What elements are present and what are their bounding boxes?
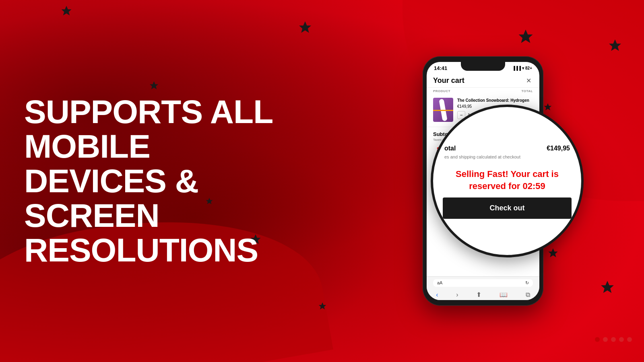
cart-header: Your cart ✕ (427, 73, 539, 88)
refresh-icon[interactable]: ↻ (525, 280, 529, 286)
cart-title: Your cart (433, 76, 464, 85)
decoration-dots (595, 337, 632, 342)
headline-text: SUPPORTS ALL MOBILE DEVICES & SCREEN RES… (24, 95, 286, 267)
status-icons: ▐▐▐ ▾ 82+ (512, 66, 532, 70)
star-icon (543, 103, 552, 113)
magnify-circle: otal €149,95 es and shipping calculated … (431, 105, 584, 257)
dot (619, 337, 624, 342)
headline-line2: MOBILE DEVICES & (24, 129, 286, 198)
magnify-shipping-note: es and shipping calculated at checkout (433, 154, 581, 164)
back-button[interactable]: ‹ (436, 291, 438, 298)
product-name: The Collection Snowboard: Hydrogen (457, 98, 533, 103)
svg-marker-0 (62, 6, 72, 16)
star-icon (547, 247, 559, 260)
star-icon (149, 80, 159, 92)
headline-line4: RESOLUTIONS (24, 233, 286, 267)
svg-marker-1 (150, 81, 158, 89)
svg-marker-7 (544, 103, 551, 110)
browser-bar: aA ↻ (427, 276, 539, 289)
wifi-icon: ▾ (522, 66, 524, 70)
close-button[interactable]: ✕ (524, 76, 533, 85)
dot (611, 337, 616, 342)
headline-line1: SUPPORTS ALL (24, 95, 286, 129)
snowboard-stripe (433, 110, 453, 111)
star-icon (318, 302, 327, 312)
browser-url-bar[interactable]: aA ↻ (433, 279, 533, 287)
star-icon (298, 20, 312, 36)
status-time: 14:41 (434, 65, 447, 71)
svg-marker-3 (319, 302, 326, 309)
tabs-button[interactable]: ⧉ (526, 291, 530, 298)
product-thumbnail (433, 98, 453, 122)
headline-line3: SCREEN (24, 198, 286, 233)
url-text: aA (437, 280, 442, 286)
svg-marker-5 (299, 21, 311, 33)
browser-navigation: ‹ › ⬆ 📖 ⧉ (427, 289, 539, 300)
battery-icon: 82+ (525, 66, 532, 70)
magnify-checkout-button[interactable]: Check out (443, 197, 572, 219)
bookmarks-button[interactable]: 📖 (500, 291, 508, 298)
magnify-total-amount: €149,95 (547, 145, 570, 152)
product-column-header: PRODUCT (433, 89, 450, 93)
headline-section: SUPPORTS ALL MOBILE DEVICES & SCREEN RES… (24, 95, 286, 267)
svg-marker-8 (609, 39, 621, 51)
signal-icon: ▐▐▐ (512, 66, 521, 70)
forward-button[interactable]: › (456, 291, 458, 298)
total-column-header: TOTAL (522, 89, 533, 93)
svg-marker-6 (519, 30, 533, 43)
svg-marker-10 (548, 248, 557, 257)
phone-mockup: 14:41 ▐▐▐ ▾ 82+ Your cart ✕ PRODUCT TOTA… (423, 56, 543, 306)
svg-marker-9 (601, 281, 614, 293)
dot (595, 337, 600, 342)
share-button[interactable]: ⬆ (476, 291, 481, 298)
magnify-total-row: otal €149,95 (433, 139, 581, 154)
star-icon (517, 28, 534, 47)
star-icon (608, 38, 622, 54)
dot (627, 337, 632, 342)
star-icon (600, 280, 615, 296)
dot (603, 337, 608, 342)
magnify-selling-fast-message: Selling Fast! Your cart is reserved for … (433, 164, 581, 197)
cart-columns: PRODUCT TOTAL (427, 88, 539, 95)
phone-notch (461, 62, 505, 71)
magnify-total-label: otal (444, 145, 456, 152)
star-icon (60, 5, 72, 19)
